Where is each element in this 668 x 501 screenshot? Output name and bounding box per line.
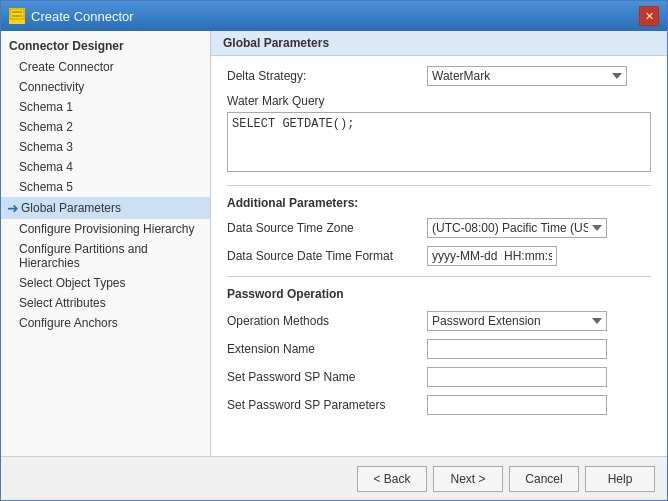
panel-header: Global Parameters: [211, 31, 667, 56]
sidebar-item-schema2[interactable]: Schema 2: [1, 117, 210, 137]
extension-name-row: Extension Name: [227, 339, 651, 359]
sp-name-row: Set Password SP Name: [227, 367, 651, 387]
delta-strategy-section: Delta Strategy: WaterMark None Timestamp…: [227, 66, 651, 175]
help-button[interactable]: Help: [585, 466, 655, 492]
titlebar: Create Connector ✕: [1, 1, 667, 31]
content-area: Connector Designer Create Connector Conn…: [1, 31, 667, 456]
sidebar-item-schema3[interactable]: Schema 3: [1, 137, 210, 157]
password-operation-title: Password Operation: [227, 287, 651, 301]
svg-rect-2: [12, 15, 22, 17]
sp-name-label: Set Password SP Name: [227, 370, 427, 384]
delta-strategy-control: WaterMark None Timestamp: [427, 66, 651, 86]
svg-rect-1: [12, 11, 22, 13]
timezone-label: Data Source Time Zone: [227, 221, 427, 235]
sidebar-item-configure-partitions-hierarchies[interactable]: Configure Partitions and Hierarchies: [1, 239, 210, 273]
datetime-format-label: Data Source Date Time Format: [227, 249, 427, 263]
sidebar-item-schema5[interactable]: Schema 5: [1, 177, 210, 197]
app-icon: [9, 8, 25, 24]
footer: < Back Next > Cancel Help: [1, 456, 667, 500]
current-arrow-icon: ➜: [7, 200, 19, 216]
titlebar-controls: ✕: [639, 6, 659, 26]
watermark-section: Water Mark Query SELECT GETDATE();: [227, 94, 651, 175]
sidebar-item-connectivity[interactable]: Connectivity: [1, 77, 210, 97]
sp-params-row: Set Password SP Parameters: [227, 395, 651, 415]
sidebar-item-schema1[interactable]: Schema 1: [1, 97, 210, 117]
close-button[interactable]: ✕: [639, 6, 659, 26]
watermark-label: Water Mark Query: [227, 94, 651, 108]
panel-content: Delta Strategy: WaterMark None Timestamp…: [211, 56, 667, 456]
watermark-query-textarea[interactable]: SELECT GETDATE();: [227, 112, 651, 172]
back-button[interactable]: < Back: [357, 466, 427, 492]
password-operation-section: Password Operation Operation Methods Pas…: [227, 287, 651, 415]
sidebar-header: Connector Designer: [1, 35, 210, 57]
sidebar: Connector Designer Create Connector Conn…: [1, 31, 211, 456]
main-panel: Global Parameters Delta Strategy: WaterM…: [211, 31, 667, 456]
section-divider-1: [227, 185, 651, 186]
sidebar-item-schema4[interactable]: Schema 4: [1, 157, 210, 177]
operation-methods-label: Operation Methods: [227, 314, 427, 328]
sp-params-input[interactable]: [427, 395, 607, 415]
sidebar-item-select-attributes[interactable]: Select Attributes: [1, 293, 210, 313]
operation-methods-select[interactable]: Password Extension None: [427, 311, 607, 331]
svg-rect-0: [10, 9, 24, 19]
sidebar-item-configure-provisioning-hierarchy[interactable]: Configure Provisioning Hierarchy: [1, 219, 210, 239]
sidebar-item-global-parameters[interactable]: ➜ Global Parameters: [1, 197, 210, 219]
main-window: Create Connector ✕ Connector Designer Cr…: [0, 0, 668, 501]
additional-params-title: Additional Parameters:: [227, 196, 651, 210]
sp-name-input[interactable]: [427, 367, 607, 387]
window-title: Create Connector: [31, 9, 134, 24]
extension-name-label: Extension Name: [227, 342, 427, 356]
titlebar-left: Create Connector: [9, 8, 134, 24]
datetime-format-row: Data Source Date Time Format: [227, 246, 651, 266]
additional-params-section: Additional Parameters: Data Source Time …: [227, 196, 651, 266]
sp-params-label: Set Password SP Parameters: [227, 398, 427, 412]
operation-methods-row: Operation Methods Password Extension Non…: [227, 311, 651, 331]
sp-name-control: [427, 367, 651, 387]
cancel-button[interactable]: Cancel: [509, 466, 579, 492]
datetime-format-control: [427, 246, 651, 266]
delta-strategy-label: Delta Strategy:: [227, 69, 427, 83]
sidebar-item-create-connector[interactable]: Create Connector: [1, 57, 210, 77]
sp-params-control: [427, 395, 651, 415]
timezone-row: Data Source Time Zone (UTC-08:00) Pacifi…: [227, 218, 651, 238]
timezone-control: (UTC-08:00) Pacific Time (US & C...: [427, 218, 651, 238]
sidebar-item-select-object-types[interactable]: Select Object Types: [1, 273, 210, 293]
operation-methods-control: Password Extension None: [427, 311, 651, 331]
timezone-select[interactable]: (UTC-08:00) Pacific Time (US & C...: [427, 218, 607, 238]
extension-name-input[interactable]: [427, 339, 607, 359]
sidebar-item-configure-anchors[interactable]: Configure Anchors: [1, 313, 210, 333]
next-button[interactable]: Next >: [433, 466, 503, 492]
extension-name-control: [427, 339, 651, 359]
datetime-format-input[interactable]: [427, 246, 557, 266]
section-divider-2: [227, 276, 651, 277]
delta-strategy-select[interactable]: WaterMark None Timestamp: [427, 66, 627, 86]
delta-strategy-row: Delta Strategy: WaterMark None Timestamp: [227, 66, 651, 86]
